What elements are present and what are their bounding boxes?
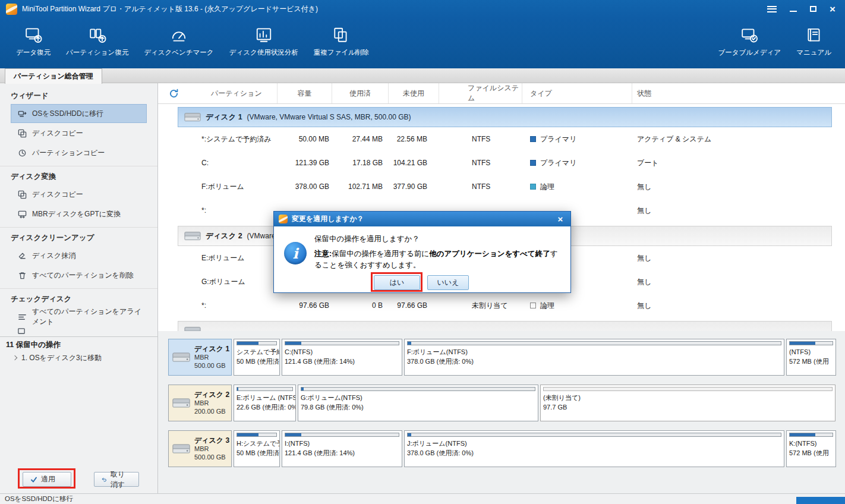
refresh-icon[interactable] bbox=[169, 89, 179, 99]
disk-map-name: ディスク 1 bbox=[194, 345, 229, 354]
partition-label: J:ボリューム(NTFS) bbox=[407, 439, 781, 449]
cell-status: 無し bbox=[632, 182, 845, 192]
partition-label: G:ボリューム(NTFS) bbox=[301, 393, 535, 403]
cell-used: 102.71 MB bbox=[332, 182, 389, 191]
column-header-status[interactable]: 状態 bbox=[632, 83, 845, 103]
info-icon: i bbox=[284, 242, 307, 264]
partition-label: (NTFS) bbox=[789, 348, 833, 357]
partition-block[interactable]: G:ボリューム(NTFS) 79.8 GB (使用済: 0%) bbox=[298, 385, 538, 421]
duplicate-file-button[interactable]: 重複ファイル削除 bbox=[306, 23, 377, 61]
usage-strip bbox=[407, 433, 781, 437]
tab-partition-management[interactable]: パーティション総合管理 bbox=[5, 68, 102, 84]
cell-filesystem: NTFS bbox=[439, 182, 522, 191]
disk-group-row-1[interactable]: ディスク 1 (VMware, VMware Virtual S SAS, MB… bbox=[178, 107, 832, 127]
sidebar-item-disk-copy-2[interactable]: ディスクコピー bbox=[11, 185, 147, 204]
sidebar-item-partition-copy[interactable]: パーティションコピー bbox=[11, 143, 147, 162]
partition-block[interactable]: I:(NTFS) 121.4 GB (使用済: 14%) bbox=[282, 430, 402, 467]
partition-block[interactable]: J:ボリューム(NTFS) 378.0 GB (使用済: 0%) bbox=[404, 430, 784, 467]
column-header-unused[interactable]: 未使用 bbox=[389, 83, 439, 103]
sidebar-item-label: ディスク抹消 bbox=[32, 251, 75, 261]
usage-strip bbox=[789, 341, 833, 345]
disk-map-size: 500.00 GB bbox=[194, 362, 229, 370]
partition-block[interactable]: C:(NTFS) 121.4 GB (使用済: 14%) bbox=[282, 339, 402, 376]
cell-unused: 97.66 GB bbox=[389, 301, 439, 310]
disk-usage-button[interactable]: ディスク使用状況分析 bbox=[222, 23, 306, 61]
partition-block[interactable]: (NTFS) 572 MB (使用 bbox=[786, 339, 836, 376]
disk-label-3[interactable]: ディスク 3 MBR 500.00 GB bbox=[168, 430, 232, 467]
disk-drive-icon bbox=[172, 351, 190, 363]
sidebar-item-mbr-to-gpt[interactable]: MBRディスクをGPTに変換 bbox=[11, 204, 147, 223]
cell-capacity: 121.39 GB bbox=[278, 159, 332, 167]
apply-button[interactable]: 適用 bbox=[23, 472, 71, 487]
disk-map-scheme: MBR bbox=[194, 399, 229, 408]
os-migrate-icon bbox=[18, 109, 27, 118]
cell-status: 無し bbox=[632, 301, 845, 311]
usage-strip bbox=[285, 341, 399, 345]
partition-block[interactable]: F:ボリューム(NTFS) 378.0 GB (使用済: 0%) bbox=[404, 339, 784, 376]
disk-copy-icon bbox=[18, 129, 27, 138]
partition-recovery-button[interactable]: パーティション復元 bbox=[58, 23, 136, 61]
usage-strip bbox=[407, 341, 781, 345]
sidebar: ウィザード OSをSSD/HDDに移行 ディスクコピー パーティションコピー デ… bbox=[0, 83, 158, 493]
dialog-close-icon[interactable]: × bbox=[555, 214, 566, 225]
bootable-media-button[interactable]: ブータブルメディア bbox=[710, 23, 789, 61]
undo-arrow-icon bbox=[102, 476, 107, 483]
partition-block[interactable]: システムで予約 50 MB (使用済: bbox=[234, 339, 280, 376]
dialog-body: i 保留中の操作を適用しますか？ 注意:保留中の操作を適用する前に他のアプリケー… bbox=[274, 226, 570, 292]
sidebar-divider bbox=[0, 288, 157, 289]
maximize-icon[interactable] bbox=[810, 6, 816, 12]
minimize-icon[interactable] bbox=[790, 11, 797, 12]
column-header-used[interactable]: 使用済 bbox=[332, 83, 389, 103]
cell-filesystem: NTFS bbox=[439, 135, 522, 143]
sidebar-item-disk-wipe[interactable]: ディスク抹消 bbox=[11, 246, 147, 265]
column-header-capacity[interactable]: 容量 bbox=[278, 83, 332, 103]
disk-map-size: 500.00 GB bbox=[194, 453, 229, 462]
table-row[interactable]: *: 97.66 GB 0 B 97.66 GB 未割り当て 論理 無し bbox=[158, 294, 845, 317]
cell-partition: *:システムで予約済み bbox=[158, 134, 278, 144]
data-recovery-button[interactable]: データ復元 bbox=[8, 23, 58, 61]
sidebar-item-clipped[interactable] bbox=[11, 327, 147, 335]
usage-strip bbox=[237, 433, 277, 437]
undo-button[interactable]: 取り消す bbox=[94, 472, 139, 487]
sidebar-item-disk-copy[interactable]: ディスクコピー bbox=[11, 124, 147, 143]
pending-operation-item[interactable]: 1. OSをディスク3に移動 bbox=[0, 351, 157, 364]
no-button[interactable]: いいえ bbox=[427, 275, 469, 290]
partition-detail: 572 MB (使用 bbox=[789, 449, 833, 458]
app-logo-icon bbox=[6, 4, 17, 15]
manual-button[interactable]: マニュアル bbox=[789, 23, 839, 61]
unallocated-block[interactable]: (未割り当て) 97.7 GB bbox=[540, 385, 835, 421]
disk-map-scheme: MBR bbox=[194, 354, 229, 362]
column-header-type[interactable]: タイプ bbox=[522, 83, 632, 103]
disk-label-2[interactable]: ディスク 2 MBR 200.00 GB bbox=[168, 385, 232, 421]
cell-type: プライマリ bbox=[522, 158, 632, 168]
tabbar: パーティション総合管理 bbox=[0, 68, 845, 83]
partition-block[interactable]: E:ボリューム (NTFS) 22.6 GB (使用済: 0% bbox=[234, 385, 296, 421]
partition-type-swatch bbox=[530, 184, 536, 190]
partition-block[interactable]: K:(NTFS) 572 MB (使用 bbox=[786, 430, 836, 467]
partition-table: パーティション 容量 使用済 未使用 ファイルシステム タイプ 状態 ディスク … bbox=[158, 83, 845, 331]
table-row[interactable]: F:ボリューム 378.00 GB 102.71 MB 377.90 GB NT… bbox=[158, 175, 845, 199]
table-row[interactable]: *:システムで予約済み 50.00 MB 27.44 MB 22.56 MB N… bbox=[158, 127, 845, 151]
disk-label-1[interactable]: ディスク 1 MBR 500.00 GB bbox=[168, 339, 232, 376]
yes-button[interactable]: はい bbox=[374, 275, 420, 290]
cell-used: 0 B bbox=[332, 301, 389, 310]
usage-strip bbox=[237, 387, 293, 391]
disk-map: ディスク 1 MBR 500.00 GB システムで予約 50 MB (使用済:… bbox=[158, 331, 845, 493]
usage-strip bbox=[237, 341, 277, 345]
menu-icon[interactable] bbox=[767, 6, 777, 12]
column-header-filesystem[interactable]: ファイルシステム bbox=[439, 83, 522, 103]
disk-map-name: ディスク 3 bbox=[194, 436, 229, 445]
table-row[interactable]: C: 121.39 GB 17.18 GB 104.21 GB NTFS プライ… bbox=[158, 151, 845, 175]
cell-capacity: 378.00 GB bbox=[278, 182, 332, 191]
check-icon bbox=[30, 476, 37, 483]
partition-label: F:ボリューム(NTFS) bbox=[407, 348, 781, 357]
close-icon[interactable]: × bbox=[830, 4, 835, 14]
sidebar-item-align-partitions[interactable]: すべてのパーティションをアライメント bbox=[11, 307, 147, 326]
disk-group-row-3-clipped[interactable] bbox=[178, 321, 832, 331]
sidebar-item-migrate-os[interactable]: OSをSSD/HDDに移行 bbox=[11, 104, 147, 123]
partition-block[interactable]: H:システムで予 50 MB (使用済: bbox=[234, 430, 280, 467]
disk-map-name: ディスク 2 bbox=[194, 390, 229, 399]
cell-status: アクティブ & システム bbox=[632, 134, 845, 144]
sidebar-item-delete-all-partitions[interactable]: すべてのパーティションを削除 bbox=[11, 266, 147, 285]
disk-benchmark-button[interactable]: ディスクベンチマーク bbox=[136, 23, 221, 61]
